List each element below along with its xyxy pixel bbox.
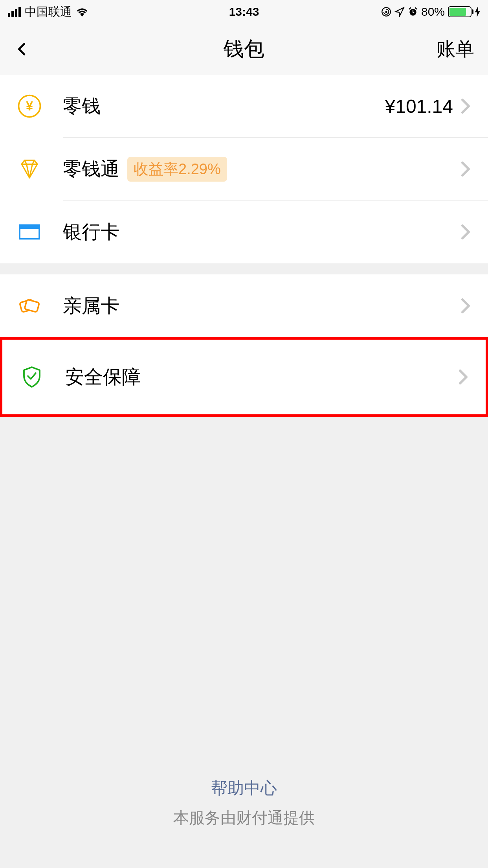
charging-icon (475, 7, 480, 17)
rotation-lock-icon (381, 7, 391, 17)
chevron-right-icon (461, 161, 470, 177)
wifi-icon (76, 7, 88, 17)
status-bar: 中国联通 13:43 80% (0, 0, 488, 24)
status-right: 80% (381, 5, 480, 18)
chevron-right-icon (461, 224, 470, 240)
svg-rect-1 (385, 11, 387, 13)
balance-item[interactable]: ¥ 零钱 ¥101.14 (0, 75, 488, 138)
shield-check-icon (20, 365, 44, 389)
page-title: 钱包 (224, 35, 264, 63)
alarm-icon (408, 7, 418, 17)
security-label: 安全保障 (65, 364, 141, 390)
bank-card-label: 银行卡 (63, 219, 119, 245)
svg-rect-6 (20, 225, 39, 229)
bills-button[interactable]: 账单 (437, 37, 474, 62)
location-icon (394, 7, 405, 17)
diamond-icon (18, 157, 41, 181)
paired-cards-icon (18, 294, 41, 318)
security-item[interactable]: 安全保障 (2, 340, 486, 414)
balance-label: 零钱 (63, 94, 101, 119)
footer: 帮助中心 本服务由财付通提供 (0, 777, 488, 829)
status-left: 中国联通 (8, 4, 88, 20)
nav-bar: 钱包 账单 (0, 24, 488, 75)
help-center-link[interactable]: 帮助中心 (0, 777, 488, 799)
fund-item[interactable]: 零钱通 收益率2.29% (0, 138, 488, 200)
list-group-2: 亲属卡 (0, 274, 488, 337)
card-icon (18, 220, 41, 244)
security-item-highlighted: 安全保障 (0, 337, 488, 417)
family-card-label: 亲属卡 (63, 293, 119, 318)
balance-value: ¥101.14 (385, 96, 453, 117)
fund-label: 零钱通 (63, 156, 119, 182)
battery-icon (448, 6, 471, 17)
back-button[interactable] (14, 41, 29, 57)
section-gap (0, 263, 488, 274)
list-group-1: ¥ 零钱 ¥101.14 零钱通 收益率2.29% 银行卡 (0, 75, 488, 263)
chevron-right-icon (461, 298, 470, 314)
svg-text:¥: ¥ (26, 99, 33, 113)
yen-coin-icon: ¥ (18, 94, 41, 118)
battery-percent: 80% (421, 5, 445, 18)
signal-icon (8, 7, 21, 17)
chevron-right-icon (461, 98, 470, 114)
provider-text: 本服务由财付通提供 (0, 807, 488, 829)
family-card-item[interactable]: 亲属卡 (0, 274, 488, 337)
status-time: 13:43 (229, 5, 259, 18)
fund-badge: 收益率2.29% (127, 157, 227, 182)
chevron-right-icon (459, 369, 468, 385)
carrier-label: 中国联通 (25, 4, 72, 20)
bank-card-item[interactable]: 银行卡 (0, 200, 488, 263)
